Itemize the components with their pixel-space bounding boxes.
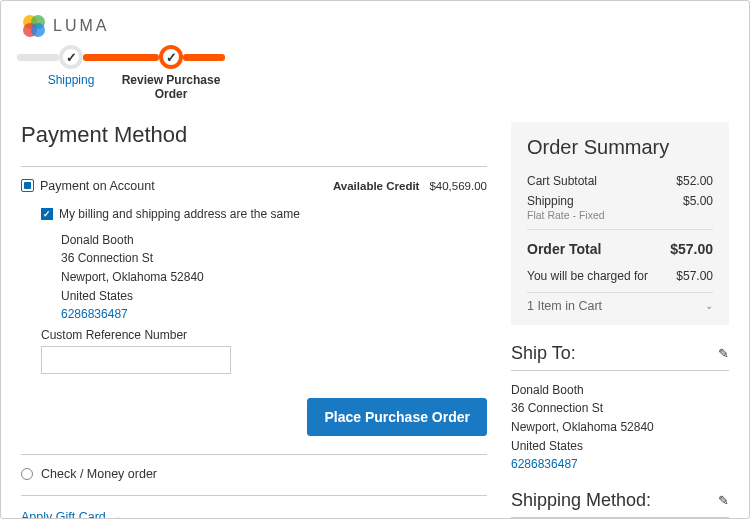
order-total-label: Order Total	[527, 241, 601, 257]
apply-gift-card-label: Apply Gift Card	[21, 510, 106, 519]
charged-label: You will be charged for	[527, 269, 648, 283]
radio-unselected-icon	[21, 468, 33, 480]
cart-subtotal-value: $52.00	[676, 174, 713, 188]
billing-country: United States	[61, 287, 487, 306]
step-shipping-label[interactable]: Shipping	[48, 73, 95, 87]
payment-method-title: Payment Method	[21, 122, 487, 148]
luma-logo-icon	[21, 13, 47, 39]
payment-on-account-label: Payment on Account	[40, 179, 155, 193]
available-credit-value: $40,569.00	[429, 180, 487, 192]
billing-street: 36 Connection St	[61, 249, 487, 268]
custom-reference-label: Custom Reference Number	[41, 328, 487, 342]
shipping-sublabel: Flat Rate - Fixed	[527, 209, 713, 221]
custom-reference-input[interactable]	[41, 346, 231, 374]
shipto-phone[interactable]: 6286836487	[511, 455, 729, 474]
step-review-label: Review Purchase Order	[121, 73, 221, 102]
available-credit-label: Available Credit	[333, 180, 420, 192]
cart-items-label: 1 Item in Cart	[527, 299, 602, 313]
apply-gift-card-toggle[interactable]: Apply Gift Card ⌄	[21, 495, 487, 519]
shipto-street: 36 Connection St	[511, 399, 729, 418]
shipping-label: Shipping	[527, 194, 574, 208]
shipping-method-block: Shipping Method: ✎ Flat Rate - Fixed	[511, 490, 729, 519]
billing-address: Donald Booth 36 Connection St Newport, O…	[61, 231, 487, 324]
check-money-order-label: Check / Money order	[41, 467, 157, 481]
svg-point-3	[31, 23, 45, 37]
edit-ship-to-icon[interactable]: ✎	[718, 346, 729, 361]
checkout-progress: ✓ Shipping ✓ Review Purchase Order	[21, 45, 729, 102]
cart-subtotal-label: Cart Subtotal	[527, 174, 597, 188]
ship-to-block: Ship To: ✎ Donald Booth 36 Connection St…	[511, 343, 729, 474]
cart-items-toggle[interactable]: 1 Item in Cart ⌄	[527, 292, 713, 315]
shipping-value: $5.00	[683, 194, 713, 208]
chevron-down-icon: ⌄	[705, 300, 713, 311]
step-review-icon: ✓	[159, 45, 183, 69]
payment-on-account-option[interactable]: Payment on Account	[21, 179, 155, 193]
brand-name: LUMA	[53, 17, 109, 35]
charged-value: $57.00	[676, 269, 713, 283]
shipto-cityline: Newport, Oklahoma 52840	[511, 418, 729, 437]
order-total-value: $57.00	[670, 241, 713, 257]
edit-shipping-method-icon[interactable]: ✎	[718, 493, 729, 508]
available-credit: Available Credit$40,569.00	[333, 180, 487, 192]
same-address-checkbox[interactable]: ✓ My billing and shipping address are th…	[41, 207, 487, 221]
check-money-order-option[interactable]: Check / Money order	[21, 454, 487, 481]
order-summary-title: Order Summary	[527, 136, 713, 159]
ship-to-title: Ship To:	[511, 343, 576, 364]
checkbox-checked-icon: ✓	[41, 208, 53, 220]
shipping-method-title: Shipping Method:	[511, 490, 651, 511]
radio-selected-icon	[21, 179, 34, 192]
place-purchase-order-button[interactable]: Place Purchase Order	[307, 398, 487, 436]
order-summary: Order Summary Cart Subtotal $52.00 Shipp…	[511, 122, 729, 325]
billing-name: Donald Booth	[61, 231, 487, 250]
chevron-down-icon: ⌄	[114, 511, 122, 519]
step-shipping-icon[interactable]: ✓	[59, 45, 83, 69]
shipto-name: Donald Booth	[511, 381, 729, 400]
shipto-country: United States	[511, 437, 729, 456]
billing-phone[interactable]: 6286836487	[61, 305, 487, 324]
billing-cityline: Newport, Oklahoma 52840	[61, 268, 487, 287]
brand-logo[interactable]: LUMA	[21, 13, 729, 39]
same-address-label: My billing and shipping address are the …	[59, 207, 300, 221]
